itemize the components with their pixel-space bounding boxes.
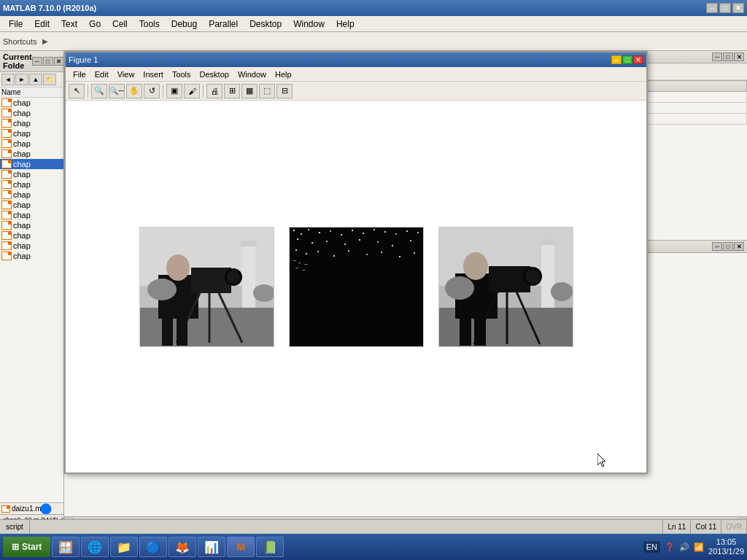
zoom-out-btn[interactable]: 🔍─ [109,84,125,98]
panel-maximize-btn[interactable]: □ [43,57,53,66]
svg-rect-17 [290,228,424,347]
forward-button[interactable]: ► [15,74,28,85]
list-item[interactable]: chap [0,139,63,149]
shortcuts-arrow[interactable]: ▶ [42,37,48,45]
file-icon [1,211,12,219]
list-item[interactable]: chap [0,118,63,128]
panel-close-btn[interactable]: ✕ [54,57,64,66]
data-cursor-btn[interactable]: ▣ [166,84,182,98]
print-btn[interactable]: 🖨 [206,84,222,98]
start-button[interactable]: ⊞ Start [3,537,50,557]
menu-debug[interactable]: Debug [166,18,203,31]
fig-menu-file[interactable]: File [69,69,90,80]
taskbar-app-explorer[interactable]: 🪟 [52,537,80,557]
svg-rect-42 [333,255,335,257]
svg-rect-43 [348,250,349,252]
fig-menu-desktop[interactable]: Desktop [196,69,233,80]
workspace-header-buttons[interactable]: ─ □ ✕ [712,52,744,61]
figure-titlebar-buttons[interactable]: ─ □ ✕ [611,55,643,64]
menu-edit[interactable]: Edit [28,18,55,31]
svg-rect-18 [293,230,295,231]
taskbar-app-ie[interactable]: 🌐 [81,537,109,557]
mode-label: script [6,523,23,531]
restore-button[interactable]: □ [719,3,731,13]
taskbar-app-matlab[interactable]: M [227,537,255,557]
close-button[interactable]: ✕ [732,3,744,13]
cursor-svg [597,454,608,467]
list-item[interactable]: chap [0,98,63,108]
workspace-close-btn[interactable]: ✕ [734,52,744,61]
list-item[interactable]: chap [0,241,63,251]
figure-maximize-btn[interactable]: □ [622,55,632,64]
list-item[interactable]: chap [0,210,63,220]
menu-file[interactable]: File [3,18,28,31]
help-icon[interactable]: ❓ [665,542,675,552]
panel-minimize-btn[interactable]: ─ [32,57,42,66]
taskbar-app-firefox[interactable]: 🦊 [169,537,196,557]
list-item[interactable]: chap [0,230,63,241]
workspace-maximize-btn[interactable]: □ [723,52,733,61]
list-item[interactable]: chap [0,108,63,118]
rotate-btn[interactable]: ↺ [144,84,160,98]
subplot-btn[interactable]: ▦ [241,84,258,98]
brush-btn[interactable]: 🖌 [184,84,200,98]
svg-rect-50 [304,264,308,265]
list-item[interactable]: chap [0,149,63,159]
taskbar-app-chrome[interactable]: 🔵 [139,537,167,557]
fig-menu-help[interactable]: Help [271,69,296,80]
panel-header-buttons[interactable]: ─ □ ✕ [32,57,64,66]
fig-menu-edit[interactable]: Edit [90,69,113,80]
figure-minimize-btn[interactable]: ─ [611,55,622,64]
list-item[interactable]: chap [0,159,63,169]
noise-svg [290,228,424,347]
file-icon [1,129,12,138]
pan-btn[interactable]: ✋ [126,84,142,98]
taskbar-app-office[interactable]: 📊 [198,537,225,557]
figure-close-btn[interactable]: ✕ [633,55,643,64]
taskbar-app-notepad[interactable]: 📗 [256,537,284,557]
zoom-in-btn[interactable]: 🔍 [91,84,107,98]
resize-btn[interactable]: ⊞ [224,84,240,98]
list-item[interactable]: chap [0,200,63,210]
list-item[interactable]: chap [0,169,63,179]
menu-text[interactable]: Text [55,18,83,31]
svg-rect-49 [298,262,301,263]
menu-desktop[interactable]: Desktop [244,18,287,31]
list-item[interactable]: chap [0,220,63,230]
scroll-thumb[interactable] [43,506,49,512]
fig-menu-insert[interactable]: Insert [139,69,168,80]
menu-tools[interactable]: Tools [133,18,166,31]
workspace-minimize-btn[interactable]: ─ [712,52,722,61]
minimize-button[interactable]: ─ [706,3,718,13]
status-ln: Ln 11 [662,520,691,534]
list-item[interactable]: chap [0,251,63,261]
list-item[interactable]: chap [0,128,63,139]
matlab-titlebar-buttons[interactable]: ─ □ ✕ [706,3,744,13]
list-item[interactable]: chap [0,179,63,190]
history-close-btn[interactable]: ✕ [734,242,744,251]
menu-parallel[interactable]: Parallel [203,18,244,31]
folder-icon-btn[interactable]: 📁 [43,74,56,85]
history-maximize-btn[interactable]: □ [723,242,733,251]
link-btn[interactable]: ⬚ [259,84,275,98]
up-button[interactable]: ▲ [29,74,42,85]
svg-rect-22 [330,230,331,232]
history-minimize-btn[interactable]: ─ [712,242,722,251]
menu-cell[interactable]: Cell [107,18,133,31]
svg-rect-4 [241,241,257,246]
fig-menu-tools[interactable]: Tools [168,69,196,80]
expand-btn[interactable]: ⊟ [276,84,293,98]
svg-rect-41 [317,251,319,252]
menu-go[interactable]: Go [83,18,107,31]
volume-icon[interactable]: 🔊 [679,542,689,552]
history-header-buttons[interactable]: ─ □ ✕ [712,242,744,251]
menu-window[interactable]: Window [287,18,330,31]
select-tool-btn[interactable]: ↖ [69,84,85,98]
fig-menu-view[interactable]: View [113,69,139,80]
list-item[interactable]: chap [0,190,63,200]
back-button[interactable]: ◄ [1,74,15,85]
fig-menu-window[interactable]: Window [233,69,271,80]
taskbar-app-folder[interactable]: 📁 [110,537,138,557]
svg-rect-3 [242,242,255,308]
menu-help[interactable]: Help [330,18,360,31]
